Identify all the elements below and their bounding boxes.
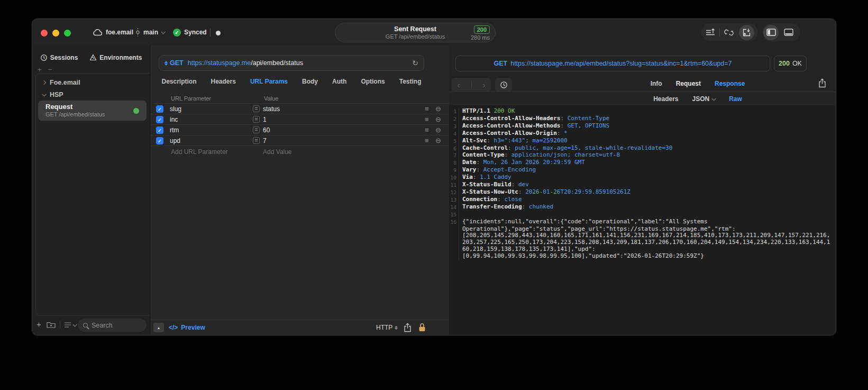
remove-param-icon[interactable]: ⊖ xyxy=(435,105,441,113)
add-url-parameter-button[interactable]: Add URL Parameter xyxy=(171,148,228,156)
list-view-icon[interactable] xyxy=(64,322,71,328)
line-number xyxy=(449,226,456,233)
param-name[interactable]: inc xyxy=(170,116,178,123)
sync-status[interactable]: ✓ Synced xyxy=(173,19,207,46)
subtab-headers[interactable]: Headers xyxy=(653,95,678,103)
sync-loop-button[interactable] xyxy=(720,23,738,41)
param-value[interactable]: 7 xyxy=(263,137,267,144)
param-name[interactable]: upd xyxy=(170,137,180,144)
share-icon[interactable] xyxy=(818,78,826,88)
branch-menu[interactable]: main xyxy=(135,19,165,46)
param-checkbox[interactable]: ✓ xyxy=(156,116,163,123)
tab-body[interactable]: Body xyxy=(302,78,318,85)
tab-auth[interactable]: Auth xyxy=(332,78,346,85)
sent-request-url-box[interactable]: GET https://statuspage.me/api/embed/stat… xyxy=(455,56,770,71)
remove-param-icon[interactable]: ⊖ xyxy=(435,115,441,123)
forward-button[interactable]: › xyxy=(483,80,486,89)
drag-handle-icon[interactable]: ≡ xyxy=(425,137,429,144)
tab-description[interactable]: Description xyxy=(162,78,197,85)
sync-status-label: Synced xyxy=(184,29,207,36)
toolbar-group-actions xyxy=(701,23,758,41)
param-value[interactable]: 60 xyxy=(263,126,270,134)
tree-item-foe-email[interactable]: Foe.email xyxy=(42,79,80,86)
zoom-window-button[interactable] xyxy=(64,30,71,37)
tree-item-label: HSP xyxy=(50,91,63,98)
response-line: 14Transfer-Encoding: chunked xyxy=(449,204,836,211)
protocol-selector[interactable]: HTTP xyxy=(376,324,398,331)
response-line: 10Via: 1.1 Caddy xyxy=(449,174,836,182)
preview-button[interactable]: </> Preview xyxy=(169,324,205,331)
back-button[interactable]: ‹ xyxy=(458,80,460,89)
remove-param-icon[interactable]: ⊖ xyxy=(435,126,441,134)
tab-headers[interactable]: Headers xyxy=(211,78,236,85)
line-number: 1 xyxy=(449,108,456,115)
request-method[interactable]: GET xyxy=(170,59,184,67)
param-checkbox[interactable]: ✓ xyxy=(156,126,163,134)
param-row-upd[interactable]: ✓ upd = 7 ≡ ⊖ xyxy=(151,135,449,146)
toggle-bottom-panel-button[interactable] xyxy=(780,23,798,41)
line-content: Date: Mon, 26 Jan 2026 20:29:59 GMT xyxy=(459,159,585,167)
param-name[interactable]: slug xyxy=(170,105,181,113)
param-value[interactable]: 1 xyxy=(263,116,267,123)
line-number: 9 xyxy=(449,167,456,174)
param-checkbox[interactable]: ✓ xyxy=(156,137,163,144)
tree-item-hsp[interactable]: HSP xyxy=(42,91,63,98)
param-checkbox[interactable]: ✓ xyxy=(156,105,163,113)
environments-icon xyxy=(89,54,97,61)
subtab-raw[interactable]: Raw xyxy=(729,95,742,103)
request-panel: GET https://statuspage.me/api/embed/stat… xyxy=(151,46,449,335)
refresh-icon[interactable]: ↻ xyxy=(412,59,418,67)
tab-url-params[interactable]: URL Params xyxy=(250,78,288,85)
tab-info[interactable]: Info xyxy=(651,80,662,87)
add-value-button[interactable]: Add Value xyxy=(263,148,292,156)
tab-request[interactable]: Request xyxy=(676,80,701,87)
subtab-json[interactable]: JSON xyxy=(692,95,716,103)
import-export-button[interactable] xyxy=(739,25,754,40)
param-row-rtm[interactable]: ✓ rtm = 60 ≡ ⊖ xyxy=(151,125,449,135)
drag-handle-icon[interactable]: ≡ xyxy=(425,126,429,134)
scroll-top-button[interactable]: ▲ xyxy=(153,323,164,332)
drag-handle-icon[interactable]: ≡ xyxy=(425,115,429,123)
tab-response[interactable]: Response xyxy=(715,80,745,87)
close-window-button[interactable] xyxy=(41,30,48,37)
project-menu[interactable]: foe.email xyxy=(92,19,133,46)
line-number: 14 xyxy=(449,204,456,211)
share-icon[interactable] xyxy=(404,323,412,332)
line-number: 6 xyxy=(449,145,456,152)
lock-icon[interactable] xyxy=(418,323,426,332)
tab-sessions[interactable]: Sessions xyxy=(40,54,78,61)
request-url-bar[interactable]: GET https://statuspage.me/api/embed/stat… xyxy=(159,55,424,71)
param-row-inc[interactable]: ✓ inc = 1 ≡ ⊖ xyxy=(151,114,449,125)
sort-requests-button[interactable] xyxy=(701,23,719,41)
response-raw-view[interactable]: 1HTTP/1.1 200 OK2Access-Control-Allow-He… xyxy=(449,105,836,335)
remove-param-icon[interactable]: ⊖ xyxy=(435,137,441,144)
line-content: Alt-Svc: h3=":443"; ma=2592000 xyxy=(459,138,568,145)
request-duration: 280 ms xyxy=(471,34,490,41)
add-request-button[interactable]: + xyxy=(36,320,41,329)
line-number: 13 xyxy=(449,196,456,204)
param-name[interactable]: rtm xyxy=(170,126,179,134)
request-status-pill[interactable]: Sent Request GET /api/embed/status 200 2… xyxy=(335,23,496,42)
tab-testing[interactable]: Testing xyxy=(399,78,422,85)
line-number: 5 xyxy=(449,138,456,145)
line-number: 3 xyxy=(449,123,456,130)
history-clock-icon xyxy=(40,54,48,61)
new-folder-icon[interactable] xyxy=(47,321,56,329)
param-value[interactable]: status xyxy=(263,105,280,113)
add-session-button[interactable]: + xyxy=(38,66,42,74)
line-content: {"incidents":null,"overall":{"code":"ope… xyxy=(459,219,708,226)
drag-handle-icon[interactable]: ≡ xyxy=(425,105,429,113)
tab-environments[interactable]: Environments xyxy=(89,54,142,61)
minimize-window-button[interactable] xyxy=(52,30,59,37)
toggle-sidebar-button[interactable] xyxy=(763,25,779,40)
sidebar-search-input[interactable]: Search xyxy=(78,319,147,332)
request-item-subtitle: GET /api/embed/status xyxy=(45,111,105,117)
list-view-chevron-icon[interactable] xyxy=(72,322,77,326)
line-content: Content-Type: application/json; charset=… xyxy=(459,152,620,159)
param-row-slug[interactable]: ✓ slug = status ≡ ⊖ xyxy=(151,104,449,114)
remove-session-button[interactable]: − xyxy=(48,66,52,74)
tab-options[interactable]: Options xyxy=(361,78,385,85)
session-add-remove: + − xyxy=(38,66,52,74)
history-button[interactable] xyxy=(495,78,512,92)
request-list-item-selected[interactable]: Request GET /api/embed/status xyxy=(38,101,147,121)
